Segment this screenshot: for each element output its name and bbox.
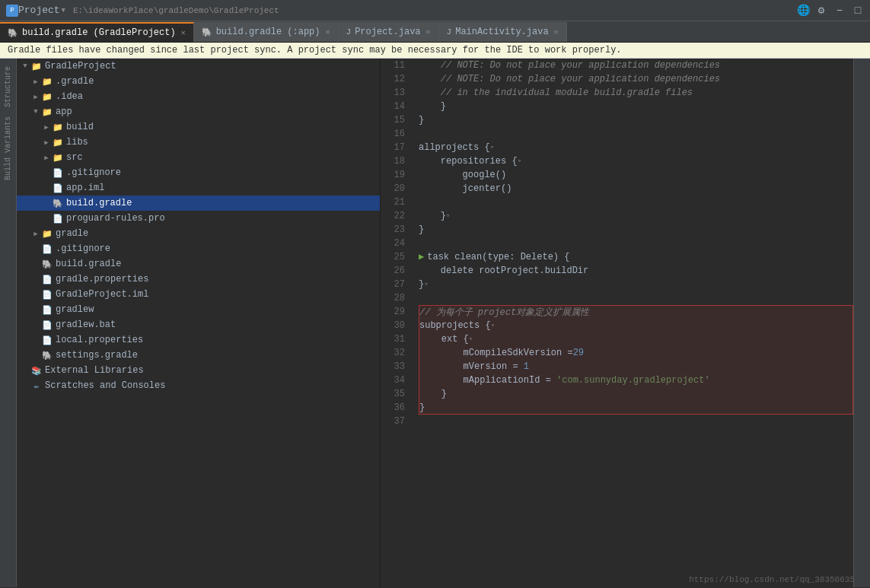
code-line-21[interactable] [419, 195, 853, 209]
tree-item-gradlew-bat[interactable]: 📄gradlew.bat [17, 317, 380, 332]
code-content[interactable]: // NOTE: Do not place your application d… [411, 59, 853, 587]
tree-label-src-folder: src [66, 152, 83, 163]
build-variants-tab[interactable]: Build Variants [2, 112, 14, 185]
tab-project-java[interactable]: JProject.java✕ [339, 22, 439, 42]
tree-item-src-folder[interactable]: ▶📁src [17, 150, 380, 165]
code-line-20[interactable]: jcenter() [419, 182, 853, 195]
tree-item-gitignore-app[interactable]: 📄.gitignore [17, 165, 380, 180]
code-line-27[interactable]: }▿ [419, 278, 853, 291]
tree-item-build-gradle-root[interactable]: 🐘build.gradle [17, 256, 380, 272]
line-num-24: 24 [381, 237, 405, 250]
tree-item-gradle-folder[interactable]: ▶📁.gradle [17, 74, 380, 89]
tree-icon-proguard: 📄 [52, 212, 64, 224]
tree-label-gradlew: gradlew [56, 304, 94, 315]
globe-icon[interactable]: 🌐 [797, 5, 809, 17]
tree-item-gradle-root[interactable]: ▶📁gradle [17, 226, 380, 241]
tree-icon-build-gradle-app-file: 🐘 [52, 197, 64, 209]
code-line-28[interactable] [419, 291, 853, 305]
code-line-17[interactable]: allprojects {▿ [419, 141, 853, 154]
fold-icon[interactable]: ▿ [446, 209, 450, 223]
code-line-23[interactable]: } [419, 223, 853, 237]
tree-item-settings-gradle[interactable]: 🐘settings.gradle [17, 348, 380, 363]
tree-item-libs-folder[interactable]: ▶📁libs [17, 135, 380, 150]
code-line-13[interactable]: // in the individual module build.gradle… [419, 86, 853, 100]
token: allprojects { [419, 141, 490, 154]
code-line-12[interactable]: // NOTE: Do not place your application d… [419, 72, 853, 86]
tree-item-app-iml[interactable]: 📄app.iml [17, 180, 380, 195]
code-line-26[interactable]: delete rootProject.buildDir [419, 264, 853, 278]
tree-label-external-libraries: External Libraries [45, 365, 144, 376]
tree-item-gradleproject-iml[interactable]: 📄GradleProject.iml [17, 287, 380, 302]
restore-button[interactable]: □ [852, 5, 864, 17]
tree-item-proguard[interactable]: 📄proguard-rules.pro [17, 211, 380, 226]
code-line-14[interactable]: } [419, 100, 853, 113]
tab-build-gradle-app[interactable]: 🐘build.gradle (:app)✕ [194, 22, 339, 42]
settings-icon[interactable]: ⚙ [815, 5, 827, 17]
code-line-36[interactable]: } [419, 401, 853, 415]
fold-icon[interactable]: ▿ [518, 154, 521, 168]
editor[interactable]: 1112131415161718192021222324252627282930… [381, 59, 853, 587]
tab-close-project-java[interactable]: ✕ [426, 27, 431, 37]
tree-item-idea-folder[interactable]: ▶📁.idea [17, 89, 380, 104]
line-num-28: 28 [381, 291, 405, 305]
run-arrow-25[interactable]: ▶ [419, 250, 424, 264]
tree-root[interactable]: ▼📁GradleProject [17, 59, 380, 74]
line-num-11: 11 [381, 59, 405, 72]
tree-icon-idea-folder: 📁 [41, 91, 53, 103]
fold-icon[interactable]: ▿ [490, 141, 494, 154]
code-line-11[interactable]: // NOTE: Do not place your application d… [419, 59, 853, 72]
tree-item-gradle-properties[interactable]: 📄gradle.properties [17, 272, 380, 287]
code-line-33[interactable]: mVersion = 1 [419, 360, 853, 373]
code-line-16[interactable] [419, 127, 853, 141]
code-line-22[interactable]: }▿ [419, 209, 853, 223]
tree-arrow-idea-folder: ▶ [30, 93, 41, 101]
tree-item-local-properties[interactable]: 📄local.properties [17, 332, 380, 348]
code-line-32[interactable]: mCompileSdkVersion =29 [419, 346, 853, 360]
tree-item-scratches-consoles[interactable]: ✏️Scratches and Consoles [17, 378, 380, 393]
token: delete rootProject.buildDir [419, 264, 588, 278]
tab-close-build-gradle-app[interactable]: ✕ [326, 27, 330, 37]
tree-icon-gitignore-root: 📄 [41, 243, 53, 255]
token: } [419, 278, 424, 291]
code-line-30[interactable]: subprojects {▿ [419, 319, 853, 332]
code-line-34[interactable]: mApplicationId = 'com.sunnyday.gradlepro… [419, 373, 853, 387]
tree-label-proguard: proguard-rules.pro [66, 213, 165, 224]
tree-label-gitignore-root: .gitignore [56, 243, 110, 254]
token: 'com.sunnyday.gradleproject' [556, 373, 710, 387]
tree-item-app-folder[interactable]: ▼📁app [17, 104, 380, 119]
tab-label-mainactivity-java: MainActivity.java [455, 27, 548, 37]
code-line-37[interactable] [419, 415, 853, 428]
code-line-15[interactable]: } [419, 113, 853, 127]
tree-item-build-folder[interactable]: ▶📁build [17, 119, 380, 135]
token: subprojects { [419, 319, 491, 332]
tree-icon-settings-gradle: 🐘 [41, 349, 53, 361]
tab-build-gradle-project[interactable]: 🐘build.gradle (GradleProject)✕ [0, 22, 194, 42]
tree-item-gradlew[interactable]: 📄gradlew [17, 302, 380, 317]
tree-item-build-gradle-app-file[interactable]: 🐘build.gradle [17, 195, 380, 211]
fold-icon[interactable]: ▿ [491, 319, 495, 332]
tab-mainactivity-java[interactable]: JMainActivity.java✕ [439, 22, 567, 42]
code-line-29[interactable]: // 为每个子 project对象定义扩展属性 [419, 305, 853, 319]
project-name[interactable]: Project [18, 5, 60, 16]
code-line-25[interactable]: ▶task clean(type: Delete) { [419, 250, 853, 264]
code-line-31[interactable]: ext {▿ [419, 332, 853, 346]
tree-item-external-libraries[interactable]: 📚External Libraries [17, 363, 380, 378]
tree-arrow-gradle-root: ▶ [30, 230, 41, 238]
tab-close-mainactivity-java[interactable]: ✕ [554, 27, 559, 37]
tree-item-gitignore-root[interactable]: 📄.gitignore [17, 241, 380, 256]
structure-tab[interactable]: Structure [2, 62, 14, 112]
tab-close-build-gradle-project[interactable]: ✕ [181, 28, 186, 37]
tree-label-scratches-consoles: Scratches and Consoles [45, 380, 165, 391]
tree-icon-gitignore-app: 📄 [52, 167, 64, 179]
fold-icon[interactable]: ▿ [424, 278, 428, 291]
tree-icon-scratches-consoles: ✏️ [30, 380, 43, 392]
code-line-19[interactable]: google() [419, 168, 853, 182]
tree-icon-gradle-properties: 📄 [41, 273, 53, 285]
code-line-18[interactable]: repositories {▿ [419, 154, 853, 168]
fold-icon[interactable]: ▿ [469, 332, 473, 346]
code-line-24[interactable] [419, 237, 853, 250]
minimize-button[interactable]: − [833, 5, 846, 17]
dropdown-arrow[interactable]: ▼ [62, 7, 65, 14]
code-line-35[interactable]: } [419, 387, 853, 401]
root-label: GradleProject [45, 61, 116, 72]
